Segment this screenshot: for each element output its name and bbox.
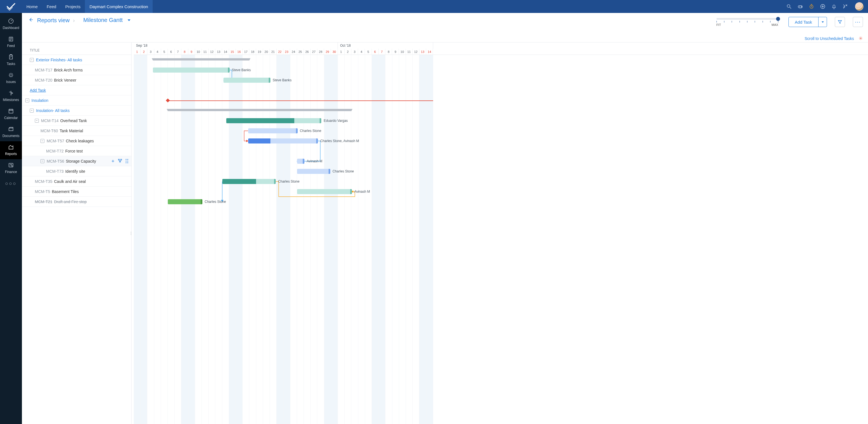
zoom-thumb[interactable] (776, 17, 780, 21)
task-bar[interactable] (168, 199, 202, 204)
day-label: 4 (154, 49, 161, 55)
task-row[interactable]: MCM-T72Force test (22, 146, 131, 156)
add-task-button[interactable]: Add Task (788, 17, 827, 27)
split-handle[interactable]: ⋮⋮ (131, 43, 134, 424)
gantt-row: Steve Banks (134, 65, 868, 75)
summary-bar[interactable] (153, 58, 250, 60)
task-bar[interactable] (297, 189, 352, 194)
expand-toggle[interactable]: − (35, 119, 39, 123)
day-label: 2 (345, 49, 351, 55)
day-label: 13 (215, 49, 222, 55)
svg-point-9 (9, 74, 12, 76)
gantt-chart[interactable]: Sep '18Oct '18 1234567891011121314151617… (134, 43, 868, 424)
tools-icon[interactable] (842, 3, 848, 9)
task-row[interactable]: MCM-T60Tank Material (22, 126, 131, 136)
user-avatar[interactable] (855, 2, 864, 11)
rail-feed[interactable]: Feed (0, 33, 22, 51)
add-subtask-icon[interactable]: + (111, 159, 115, 164)
app-logo[interactable] (0, 0, 22, 13)
sub-header: Reports view › Milestone Gantt FITMAX Ad… (22, 13, 868, 35)
zoom-max-label: MAX (772, 23, 778, 26)
gamepad-icon[interactable] (797, 3, 803, 9)
add-icon[interactable] (820, 3, 826, 9)
group-row[interactable]: −Exterior Finishes- All tasks (22, 55, 131, 65)
nav-feed[interactable]: Feed (42, 0, 61, 13)
rail-dashboard[interactable]: Dashboard (0, 15, 22, 33)
expand-toggle[interactable]: − (30, 109, 34, 113)
day-label: 8 (385, 49, 392, 55)
task-bar[interactable] (222, 179, 276, 184)
rail-documents[interactable]: Documents (0, 123, 22, 141)
task-row[interactable]: MCM-T5Basement Tiles (22, 187, 131, 197)
nav-projects[interactable]: Projects (61, 0, 85, 13)
nav-home[interactable]: Home (22, 0, 42, 13)
day-label: 11 (202, 49, 209, 55)
left-rail: Dashboard Feed Tasks Issues Milestones C… (0, 13, 22, 424)
rail-tasks[interactable]: Tasks (0, 51, 22, 69)
more-options-button[interactable]: ⋯ (853, 17, 863, 27)
task-row[interactable]: −MCM-T14Overhead Tank (22, 116, 131, 126)
rail-reports[interactable]: Reports (0, 141, 22, 159)
task-bar[interactable] (297, 169, 330, 174)
assignee-label: Avinash M (354, 189, 370, 194)
expand-toggle[interactable]: − (30, 58, 34, 62)
group-title[interactable]: Insulation (31, 98, 48, 103)
day-label: 18 (249, 49, 256, 55)
add-task-link[interactable]: Add Task (30, 88, 46, 92)
drag-handle-icon[interactable] (126, 159, 128, 164)
task-title: Draft and Fire stop (54, 199, 87, 204)
summary-bar[interactable] (168, 109, 351, 111)
rail-issues[interactable]: Issues (0, 69, 22, 87)
rail-more[interactable]: ○○○ (5, 178, 17, 189)
group-title[interactable]: Insulation- All tasks (36, 108, 70, 113)
task-bar[interactable] (248, 138, 318, 143)
rail-finance[interactable]: Finance (0, 159, 22, 177)
timer-icon[interactable] (808, 3, 815, 9)
add-task-row[interactable]: Add Task (22, 85, 131, 95)
task-row[interactable]: MCM-T73Identify site (22, 166, 131, 176)
view-selector[interactable]: Milestone Gantt (83, 17, 130, 23)
day-label: 23 (283, 49, 290, 55)
nav-project-active[interactable]: Daymart Complex Construction (85, 0, 152, 13)
svg-rect-13 (118, 159, 120, 160)
back-arrow-icon[interactable] (28, 17, 34, 24)
rail-milestones[interactable]: Milestones (0, 87, 22, 105)
task-row[interactable]: MCM-T20Brick Veneer (22, 75, 131, 85)
day-label: 10 (399, 49, 406, 55)
group-title[interactable]: Exterior Finishes- All tasks (36, 58, 82, 62)
expand-toggle[interactable]: − (40, 159, 44, 163)
task-bar[interactable] (153, 67, 229, 73)
caret-down-icon (128, 20, 130, 21)
column-header-title: TITLE (22, 43, 131, 55)
group-row[interactable]: −Insulation- All tasks (22, 106, 131, 116)
task-code: MCM-T35 (35, 179, 52, 184)
top-nav: Home Feed Projects Daymart Complex Const… (22, 0, 153, 13)
settings-gear-icon[interactable] (859, 36, 863, 41)
svg-rect-10 (9, 109, 13, 113)
zoom-slider[interactable]: FITMAX (716, 18, 778, 26)
task-row[interactable]: −MCM-T56Storage Capacity+ (22, 156, 131, 166)
task-title: Tank Material (60, 129, 83, 133)
task-bar[interactable] (223, 78, 270, 83)
expand-toggle[interactable]: − (25, 98, 29, 103)
task-row[interactable]: −MCM-T57Check leakages (22, 136, 131, 146)
task-row[interactable]: MCM-T17Brick Arch forms (22, 65, 131, 75)
assignee-label: Eduardo Vargas (324, 118, 348, 123)
task-bar[interactable] (226, 118, 321, 123)
subtask-tree-icon[interactable] (118, 159, 122, 164)
expand-toggle[interactable]: − (40, 139, 44, 143)
task-row[interactable]: MCM-T35Caulk and Air seal (22, 176, 131, 187)
search-icon[interactable] (786, 3, 792, 9)
task-code: MCM-T73 (46, 169, 64, 174)
task-bar[interactable] (248, 128, 297, 133)
add-task-dropdown[interactable] (818, 17, 827, 27)
task-bar[interactable] (297, 159, 304, 164)
task-code: MCM-T20 (35, 78, 52, 82)
scroll-unscheduled-link[interactable]: Scroll to Unscheduled Tasks (804, 36, 854, 41)
filter-button[interactable] (835, 17, 845, 27)
rail-calendar[interactable]: Calendar (0, 105, 22, 123)
task-row[interactable]: MCM-T21Draft and Fire stop (22, 197, 131, 207)
breadcrumb-reports[interactable]: Reports view (37, 17, 70, 24)
bell-icon[interactable] (831, 3, 837, 9)
group-row[interactable]: −Insulation (22, 95, 131, 106)
